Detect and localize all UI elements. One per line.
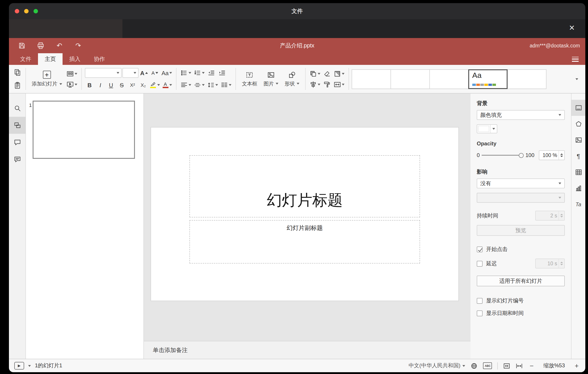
spinner-buttons[interactable] xyxy=(558,259,564,268)
start-slideshow-status-button[interactable]: ▶ xyxy=(14,362,24,370)
save-icon[interactable] xyxy=(18,42,26,50)
document-language-button[interactable] xyxy=(471,362,478,369)
maximize-window-button[interactable] xyxy=(33,9,38,13)
bold-button[interactable]: B xyxy=(85,80,94,90)
slide-size-button[interactable] xyxy=(333,79,345,90)
opacity-slider[interactable] xyxy=(482,153,524,158)
fit-width-button[interactable] xyxy=(516,362,523,369)
menu-icon[interactable] xyxy=(572,57,579,62)
insert-image-button[interactable]: 图片 xyxy=(261,66,281,91)
numbering-button[interactable] xyxy=(193,67,206,78)
effect-variant-select[interactable] xyxy=(477,193,565,203)
columns-button[interactable] xyxy=(220,80,232,90)
slide-thumbnail[interactable] xyxy=(33,101,135,159)
color-scheme-button[interactable] xyxy=(333,68,345,79)
close-icon[interactable]: × xyxy=(569,23,575,33)
copy-button[interactable] xyxy=(12,67,22,78)
fill-color-picker[interactable] xyxy=(477,124,497,133)
close-window-button[interactable] xyxy=(15,9,19,13)
theme-thumbnail[interactable] xyxy=(390,69,430,89)
subscript-button[interactable]: X₂ xyxy=(138,80,148,90)
language-selector[interactable]: 中文(中华人民共和国) xyxy=(409,362,465,370)
show-slide-number-row[interactable]: 显示幻灯片编号 xyxy=(477,297,565,305)
paste-button[interactable] xyxy=(12,80,22,91)
start-on-click-checkbox-row[interactable]: 开始点击 xyxy=(477,246,565,253)
copy-style-button[interactable] xyxy=(322,79,332,90)
chevron-down-icon[interactable] xyxy=(28,365,31,367)
horizontal-align-button[interactable] xyxy=(180,80,192,90)
checkbox-icon[interactable] xyxy=(477,310,483,316)
slides-panel-button[interactable] xyxy=(9,117,26,134)
slider-knob[interactable] xyxy=(519,153,524,158)
textart-settings-tab[interactable]: Ta xyxy=(571,196,585,212)
apply-to-all-slides-button[interactable]: 适用于所有幻灯片 xyxy=(477,275,565,286)
slide-settings-tab[interactable] xyxy=(571,100,585,116)
zoom-out-button[interactable]: − xyxy=(528,362,535,370)
theme-thumbnail[interactable] xyxy=(352,69,391,89)
line-spacing-button[interactable] xyxy=(207,80,219,90)
spellcheck-button[interactable]: ABC xyxy=(483,362,492,369)
increase-indent-button[interactable] xyxy=(217,67,227,78)
theme-thumbnail[interactable] xyxy=(507,69,546,89)
tab-file[interactable]: 文件 xyxy=(13,53,38,65)
bullets-button[interactable] xyxy=(180,67,192,78)
feedback-button[interactable] xyxy=(9,151,26,168)
spinner-buttons[interactable] xyxy=(558,151,564,160)
clear-style-button[interactable] xyxy=(322,68,332,79)
effect-select[interactable]: 没有 xyxy=(477,178,565,188)
italic-button[interactable]: I xyxy=(95,80,105,90)
duration-input[interactable]: 2 s xyxy=(535,211,565,220)
table-settings-tab[interactable] xyxy=(571,164,585,180)
slide-layout-button[interactable] xyxy=(65,68,78,79)
insert-textbox-button[interactable]: 文本框 xyxy=(239,66,260,91)
increase-font-button[interactable]: A xyxy=(139,67,149,78)
title-placeholder[interactable]: 幻灯片标题 xyxy=(189,155,420,217)
decrease-indent-button[interactable] xyxy=(207,67,217,78)
font-size-combo[interactable] xyxy=(122,68,138,78)
zoom-in-button[interactable]: + xyxy=(573,362,580,370)
undo-icon[interactable]: ↶ xyxy=(55,42,63,50)
fill-type-select[interactable]: 颜色填充 xyxy=(477,110,565,120)
print-icon[interactable] xyxy=(37,42,45,50)
tab-home[interactable]: 主页 xyxy=(38,53,63,65)
slide-surface[interactable]: 幻灯片标题 幻灯片副标题 xyxy=(151,128,458,301)
search-button[interactable] xyxy=(9,100,26,117)
delay-input[interactable]: 10 s xyxy=(535,259,565,268)
show-date-time-row[interactable]: 显示日期和时间 xyxy=(477,309,565,317)
theme-thumbnail[interactable] xyxy=(429,69,469,89)
strikethrough-button[interactable]: S xyxy=(117,80,127,90)
spinner-buttons[interactable] xyxy=(558,211,564,220)
delay-checkbox-row[interactable]: 延迟 xyxy=(477,260,497,267)
theme-thumbnail-selected[interactable]: Aa xyxy=(468,69,508,89)
shape-settings-tab[interactable] xyxy=(571,116,585,132)
vertical-align-button[interactable] xyxy=(193,80,206,90)
underline-button[interactable]: U xyxy=(106,80,116,90)
tab-collaboration[interactable]: 协作 xyxy=(87,53,112,65)
checkbox-icon[interactable] xyxy=(477,298,483,304)
redo-icon[interactable]: ↷ xyxy=(74,42,82,50)
chart-settings-tab[interactable] xyxy=(571,180,585,196)
change-case-button[interactable]: Aa xyxy=(161,67,173,78)
tab-insert[interactable]: 插入 xyxy=(63,53,87,65)
checkbox-checked-icon[interactable] xyxy=(477,246,483,252)
align-shape-button[interactable] xyxy=(309,79,321,90)
checkbox-icon[interactable] xyxy=(477,261,483,266)
decrease-font-button[interactable]: A xyxy=(150,67,160,78)
font-name-combo[interactable] xyxy=(85,68,121,78)
superscript-button[interactable]: X² xyxy=(127,80,137,90)
minimize-window-button[interactable] xyxy=(24,9,29,13)
highlight-color-button[interactable] xyxy=(149,80,161,90)
fit-slide-button[interactable] xyxy=(503,362,511,369)
arrange-shape-button[interactable] xyxy=(309,68,321,79)
opacity-input[interactable]: 100 % xyxy=(539,150,565,160)
comments-button[interactable] xyxy=(9,134,26,151)
add-slide-button[interactable]: + 添加幻灯片 xyxy=(29,66,64,91)
subtitle-placeholder[interactable]: 幻灯片副标题 xyxy=(189,220,420,264)
insert-shape-button[interactable]: 形状 xyxy=(282,66,302,91)
image-settings-tab[interactable] xyxy=(571,132,585,148)
start-slideshow-button[interactable] xyxy=(65,79,78,90)
font-color-button[interactable]: A xyxy=(161,80,173,90)
preview-button[interactable]: 预览 xyxy=(477,225,565,236)
theme-gallery-expand-button[interactable] xyxy=(572,74,582,84)
notes-area[interactable]: 单击添加备注 xyxy=(144,341,471,359)
